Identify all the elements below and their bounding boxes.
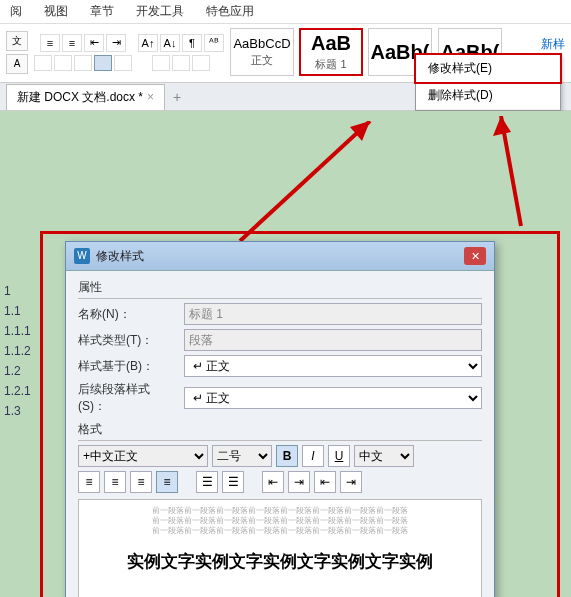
indent-inc-button[interactable]: ⇥ <box>288 471 310 493</box>
style-context-menu: 修改样式(E) 删除样式(D) <box>415 54 561 111</box>
spacing-1-button[interactable]: ☰ <box>196 471 218 493</box>
font-grow-icon[interactable]: A↑ <box>138 34 158 52</box>
close-tab-icon[interactable]: × <box>147 90 154 104</box>
name-label: 名称(N)： <box>78 306 176 323</box>
type-label: 样式类型(T)： <box>78 332 176 349</box>
menu-chapter[interactable]: 章节 <box>90 3 114 20</box>
outdent-button[interactable]: ⇤ <box>314 471 336 493</box>
modify-style-item[interactable]: 修改样式(E) <box>414 53 562 84</box>
indent-dec-button[interactable]: ⇤ <box>262 471 284 493</box>
style-normal[interactable]: AaBbCcD 正文 <box>230 28 294 76</box>
align-right-button[interactable]: ≡ <box>130 471 152 493</box>
tab-label: 新建 DOCX 文档.docx * <box>17 89 143 106</box>
svg-line-0 <box>240 121 370 241</box>
align-justify-icon[interactable] <box>94 55 112 71</box>
align-center-button[interactable]: ≡ <box>104 471 126 493</box>
align-row <box>34 55 132 71</box>
close-icon[interactable]: ✕ <box>464 247 486 265</box>
document-tab[interactable]: 新建 DOCX 文档.docx * × <box>6 84 165 110</box>
indent-inc-icon[interactable]: ≡ <box>62 34 82 52</box>
align-justify-button[interactable]: ≡ <box>156 471 178 493</box>
lang-select[interactable]: 中文 <box>354 445 414 467</box>
svg-marker-3 <box>493 116 511 136</box>
app-icon: W <box>74 248 90 264</box>
italic-button[interactable]: I <box>302 445 324 467</box>
delete-style-item[interactable]: 删除样式(D) <box>416 82 560 110</box>
add-tab-button[interactable]: + <box>165 89 189 105</box>
base-select[interactable]: ↵ 正文 <box>184 355 482 377</box>
preview-pane: 前一段落前一段落前一段落前一段落前一段落前一段落前一段落前一段落 前一段落前一段… <box>78 499 482 597</box>
font-a-button[interactable]: A <box>6 54 28 74</box>
underline-button[interactable]: U <box>328 445 350 467</box>
linespace-icon[interactable] <box>152 55 170 71</box>
indent-dec-icon[interactable]: ≡ <box>40 34 60 52</box>
align-left-icon[interactable] <box>34 55 52 71</box>
new-style-link[interactable]: 新样 <box>541 36 565 53</box>
menu-special[interactable]: 特色应用 <box>206 3 254 20</box>
name-field[interactable] <box>184 303 482 325</box>
font-shrink-icon[interactable]: A↓ <box>160 34 180 52</box>
menu-read[interactable]: 阅 <box>10 3 22 20</box>
align-right-icon[interactable] <box>74 55 92 71</box>
next-select[interactable]: ↵ 正文 <box>184 387 482 409</box>
section-properties: 属性 <box>78 279 482 299</box>
type-field <box>184 329 482 351</box>
outdent-icon[interactable]: ⇤ <box>84 34 104 52</box>
pilcrow-icon[interactable]: ¶ <box>182 34 202 52</box>
indent2-button[interactable]: ⇥ <box>340 471 362 493</box>
red-arrow-2 <box>481 116 541 236</box>
section-format: 格式 <box>78 421 482 441</box>
outline-numbers: 1 1.1 1.1.1 1.1.2 1.2 1.2.1 1.3 <box>4 281 31 421</box>
dialog-title: 修改样式 <box>96 248 458 265</box>
style-heading1[interactable]: AaB 标题 1 <box>299 28 363 76</box>
indent-icon[interactable]: ⇥ <box>106 34 126 52</box>
menu-view[interactable]: 视图 <box>44 3 68 20</box>
abc-icon[interactable]: ᴬᴮ <box>204 34 224 52</box>
font-select[interactable]: +中文正文 <box>78 445 208 467</box>
align-center-icon[interactable] <box>54 55 72 71</box>
spacing-2-button[interactable]: ☰ <box>222 471 244 493</box>
wen-button[interactable]: 文 <box>6 31 28 51</box>
align-dist-icon[interactable] <box>114 55 132 71</box>
base-label: 样式基于(B)： <box>78 358 176 375</box>
borders-icon[interactable] <box>192 55 210 71</box>
next-label: 后续段落样式(S)： <box>78 381 176 415</box>
size-select[interactable]: 二号 <box>212 445 272 467</box>
menu-dev[interactable]: 开发工具 <box>136 3 184 20</box>
dialog-body: 属性 名称(N)： 样式类型(T)： 样式基于(B)： ↵ 正文 后续段落样式(… <box>66 271 494 597</box>
bold-button[interactable]: B <box>276 445 298 467</box>
document-canvas: X 网 1 1.1 1.1.1 1.1.2 1.2 1.2.1 1.3 W 修改… <box>0 111 571 597</box>
dialog-titlebar[interactable]: W 修改样式 ✕ <box>66 242 494 271</box>
sample-text: 实例文字实例文字实例文字实例文字实例 <box>85 550 475 573</box>
indent-row: ≡ ≡ ⇤ ⇥ <box>40 34 126 52</box>
shading-icon[interactable] <box>172 55 190 71</box>
modify-style-dialog: W 修改样式 ✕ 属性 名称(N)： 样式类型(T)： 样式基于(B)： ↵ 正… <box>65 241 495 597</box>
menu-bar: 阅 视图 章节 开发工具 特色应用 <box>0 0 571 24</box>
align-left-button[interactable]: ≡ <box>78 471 100 493</box>
